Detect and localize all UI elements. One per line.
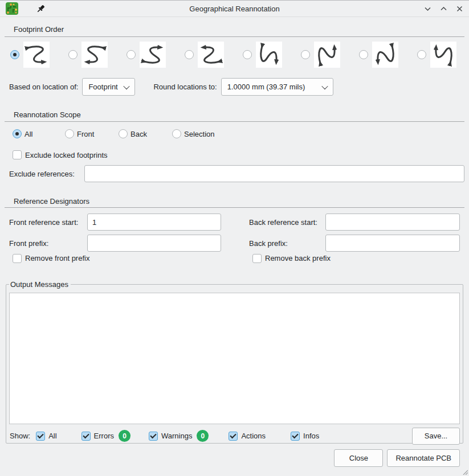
filter-infos[interactable]: Infos	[291, 432, 319, 441]
order-icon-left-right-bottom-top	[140, 42, 165, 67]
round-locations-label: Round locations to:	[153, 83, 217, 91]
order-icon-top-bottom-right-left	[373, 42, 398, 67]
check-icon	[83, 432, 89, 438]
scope-label-selection: Selection	[184, 130, 214, 138]
front-prefix-input[interactable]	[87, 235, 221, 252]
front-reference-start-input[interactable]	[87, 214, 221, 231]
scope-option-selection[interactable]: Selection	[172, 129, 214, 138]
exclude-locked-footprints-label: Exclude locked footprints	[25, 151, 108, 159]
order-radio-lr-tb[interactable]	[10, 50, 19, 59]
back-reference-start-label: Back reference start:	[249, 218, 325, 227]
filter-errors[interactable]: Errors 0	[81, 430, 130, 442]
remove-front-prefix-option[interactable]: Remove front prefix	[13, 254, 221, 263]
pin-icon[interactable]	[36, 4, 46, 14]
based-on-location-select[interactable]: Footprint	[82, 78, 135, 96]
filter-actions[interactable]: Actions	[229, 432, 266, 441]
scope-label-all: All	[25, 130, 32, 138]
exclude-references-input[interactable]	[84, 165, 464, 182]
order-icon-top-bottom-left-right	[256, 42, 282, 67]
scope-label-front: Front	[77, 130, 94, 138]
errors-count-badge: 0	[119, 430, 130, 442]
exclude-locked-footprints-option[interactable]: Exclude locked footprints	[13, 150, 469, 159]
section-divider	[5, 121, 464, 122]
kicad-pcb-app-icon	[6, 2, 18, 15]
order-option-lr-bt[interactable]	[127, 42, 166, 68]
order-radio-rl-bt[interactable]	[185, 50, 194, 59]
order-option-rl-tb[interactable]	[68, 42, 108, 68]
close-icon[interactable]	[456, 5, 463, 13]
front-reference-start-label: Front reference start:	[9, 218, 87, 227]
order-option-tb-lr[interactable]	[243, 42, 282, 68]
scope-options: All Front Back Selection	[13, 129, 469, 138]
scope-radio-selection[interactable]	[172, 129, 181, 138]
minimize-icon[interactable]	[424, 5, 431, 13]
order-option-rl-bt[interactable]	[185, 42, 224, 68]
back-prefix-input[interactable]	[325, 235, 460, 252]
window-title: Geographical Reannotation	[189, 5, 279, 13]
filter-infos-label: Infos	[303, 432, 319, 440]
based-on-location-label: Based on location of:	[9, 83, 78, 91]
scope-radio-back[interactable]	[119, 129, 128, 138]
scope-option-front[interactable]: Front	[65, 129, 119, 138]
reannotate-pcb-button[interactable]: Reannotate PCB	[387, 449, 460, 467]
filter-warnings[interactable]: Warnings 0	[149, 430, 209, 442]
front-prefix-label: Front prefix:	[9, 239, 87, 248]
remove-back-prefix-option[interactable]: Remove back prefix	[252, 254, 460, 263]
filter-all-checkbox[interactable]	[36, 432, 45, 441]
check-icon	[150, 432, 156, 438]
close-button[interactable]: Close	[334, 449, 383, 467]
round-locations-select[interactable]: 1.0000 mm (39.37 mils)	[221, 78, 333, 96]
order-icon-bottom-top-right-left	[431, 42, 456, 67]
order-option-bt-lr[interactable]	[301, 42, 340, 68]
back-reference-start-input[interactable]	[325, 214, 460, 231]
order-radio-tb-rl[interactable]	[359, 50, 368, 59]
scope-option-back[interactable]: Back	[119, 129, 172, 138]
scope-radio-all[interactable]	[13, 129, 22, 138]
remove-back-prefix-checkbox[interactable]	[252, 254, 262, 263]
geographical-reannotation-dialog: Geographical Reannotation Footprint Orde…	[0, 0, 469, 476]
filter-errors-checkbox[interactable]	[81, 432, 91, 441]
filter-actions-checkbox[interactable]	[229, 432, 238, 441]
order-option-bt-rl[interactable]	[417, 42, 456, 68]
save-button[interactable]: Save...	[412, 428, 460, 445]
back-prefix-label: Back prefix:	[249, 239, 325, 248]
resize-grip[interactable]	[462, 469, 468, 475]
scope-radio-front[interactable]	[65, 129, 74, 138]
scope-label-back: Back	[130, 130, 147, 138]
filter-all-label: All	[48, 432, 56, 440]
remove-front-prefix-checkbox[interactable]	[13, 254, 22, 263]
order-radio-tb-lr[interactable]	[243, 50, 252, 59]
order-radio-bt-rl[interactable]	[417, 50, 426, 59]
filter-warnings-checkbox[interactable]	[149, 432, 158, 441]
exclude-references-label: Exclude references:	[9, 170, 84, 178]
filter-actions-label: Actions	[241, 432, 266, 440]
order-radio-bt-lr[interactable]	[301, 50, 310, 59]
reannotation-scope-section-title: Reannotation Scope	[14, 110, 469, 120]
show-filters-label: Show:	[10, 432, 30, 440]
output-messages-title: Output Messages	[9, 280, 71, 289]
exclude-locked-footprints-checkbox[interactable]	[13, 150, 22, 159]
filter-all[interactable]: All	[36, 432, 56, 441]
footprint-order-options	[10, 42, 469, 68]
check-icon	[37, 432, 43, 438]
filter-warnings-label: Warnings	[161, 432, 192, 440]
reference-designators-section-title: Reference Designators	[14, 197, 469, 206]
scope-option-all[interactable]: All	[13, 129, 65, 138]
order-radio-lr-bt[interactable]	[127, 50, 136, 59]
filter-infos-checkbox[interactable]	[291, 432, 300, 441]
titlebar[interactable]: Geographical Reannotation	[0, 1, 469, 17]
order-icon-right-left-bottom-top	[198, 42, 223, 67]
footprint-order-section-title: Footprint Order	[14, 25, 469, 34]
check-icon	[292, 432, 298, 438]
section-divider	[5, 36, 464, 37]
maximize-icon[interactable]	[440, 5, 447, 13]
order-option-lr-tb[interactable]	[10, 42, 50, 68]
section-divider	[5, 207, 464, 208]
warnings-count-badge: 0	[197, 430, 209, 442]
order-radio-rl-tb[interactable]	[68, 50, 78, 59]
order-icon-left-right-top-bottom	[24, 42, 49, 67]
chevron-down-icon	[124, 83, 130, 89]
output-messages-area[interactable]	[9, 293, 460, 424]
based-on-location-value: Footprint	[88, 83, 117, 91]
order-option-tb-rl[interactable]	[359, 42, 398, 68]
